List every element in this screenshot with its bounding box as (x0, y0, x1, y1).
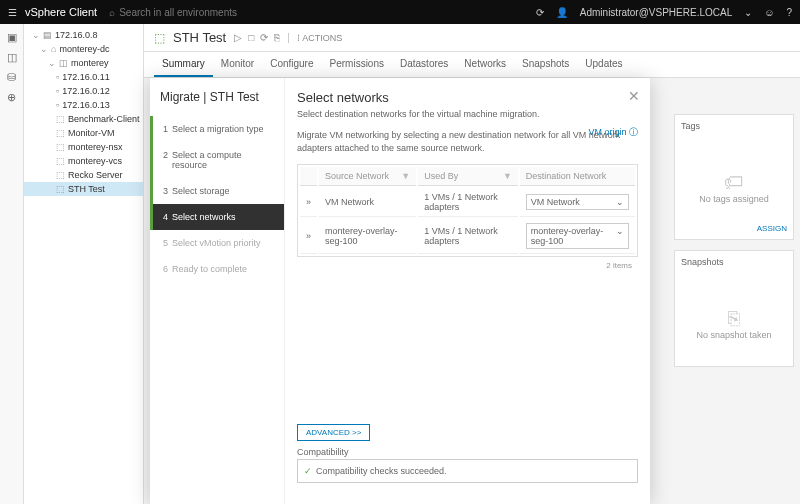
chevron-down-icon: ⌄ (616, 226, 624, 246)
search-icon[interactable]: ⌕ (109, 7, 115, 18)
tree-host[interactable]: ▫172.16.0.13 (24, 98, 143, 112)
tab-permissions[interactable]: Permissions (322, 52, 392, 77)
filter-icon[interactable]: ▼ (401, 171, 410, 181)
user-label[interactable]: Administrator@VSPHERE.LOCAL (580, 7, 732, 18)
console-icon[interactable]: ⟳ (260, 32, 268, 43)
smiley-icon[interactable]: ☺ (764, 7, 774, 18)
refresh-icon[interactable]: ⟳ (536, 7, 544, 18)
vm-icon: ⬚ (154, 31, 165, 45)
tree-vm[interactable]: ⬚Benchmark-Client (24, 112, 143, 126)
tree-root[interactable]: ⌄▤172.16.0.8 (24, 28, 143, 42)
vms-icon[interactable]: ◫ (5, 50, 19, 64)
compat-results: ✓Compatibility checks succeeded. (297, 459, 638, 483)
tags-panel: Tags 🏷 No tags assigned ASSIGN (674, 114, 794, 240)
compat-label: Compatibility (297, 447, 638, 457)
page-title: STH Test (173, 30, 226, 45)
dest-select[interactable]: monterey-overlay-seg-100⌄ (526, 223, 629, 249)
network-icon[interactable]: ⊕ (5, 90, 19, 104)
vm-origin-link[interactable]: VM origin ⓘ (588, 126, 638, 139)
col-usedby: Used By▼ (418, 167, 518, 186)
wizard-step-4[interactable]: 4Select networks (150, 204, 284, 230)
search-input[interactable]: Search in all environments (119, 7, 237, 18)
tags-empty: No tags assigned (681, 194, 787, 204)
wizard-step-1[interactable]: 1Select a migration type (150, 116, 284, 142)
snapshot-icon: ⎘ (681, 307, 787, 330)
tree-dc[interactable]: ⌄⌂monterey-dc (24, 42, 143, 56)
step-title: Select networks (297, 90, 638, 105)
wizard-step-6[interactable]: 6Ready to complete (150, 256, 284, 282)
tab-datastores[interactable]: Datastores (392, 52, 456, 77)
snap-empty: No snapshot taken (681, 330, 787, 340)
tab-configure[interactable]: Configure (262, 52, 321, 77)
snap-title: Snapshots (681, 257, 787, 267)
tree-host[interactable]: ▫172.16.0.12 (24, 84, 143, 98)
network-row[interactable]: » monterey-overlay-seg-100 1 VMs / 1 Net… (300, 219, 635, 254)
app-title: vSphere Client (25, 6, 97, 18)
menu-icon[interactable]: ☰ (8, 7, 17, 18)
tree-vm[interactable]: ⬚Recko Server (24, 168, 143, 182)
chevron-down-icon[interactable]: ⌄ (744, 7, 752, 18)
actions-menu[interactable]: ⁞ ACTIONS (288, 33, 342, 43)
snapshot-icon[interactable]: ⎘ (274, 32, 280, 43)
hosts-icon[interactable]: ▣ (5, 30, 19, 44)
tree-vm-selected[interactable]: ⬚STH Test (24, 182, 143, 196)
tab-updates[interactable]: Updates (577, 52, 630, 77)
stop-icon[interactable]: □ (248, 32, 254, 43)
chevron-down-icon: ⌄ (616, 197, 624, 207)
expand-icon[interactable]: » (306, 231, 311, 241)
tree-host[interactable]: ▫172.16.0.11 (24, 70, 143, 84)
wizard-step-2[interactable]: 2Select a compute resource (150, 142, 284, 178)
filter-icon[interactable]: ▼ (503, 171, 512, 181)
tags-title: Tags (681, 121, 787, 131)
step-desc: Migrate VM networking by selecting a new… (297, 129, 638, 154)
wizard-step-3[interactable]: 3Select storage (150, 178, 284, 204)
inventory-tree: ⌄▤172.16.0.8 ⌄⌂monterey-dc ⌄◫monterey ▫1… (24, 24, 144, 504)
col-dest: Destination Network (520, 167, 635, 186)
col-source: Source Network▼ (319, 167, 416, 186)
modal-title: Migrate | STH Test (150, 78, 284, 116)
snapshots-panel: Snapshots ⎘ No snapshot taken (674, 250, 794, 367)
migrate-modal: Migrate | STH Test 1Select a migration t… (150, 78, 650, 504)
close-icon[interactable]: ✕ (628, 88, 640, 104)
tag-icon: 🏷 (681, 171, 787, 194)
help-icon[interactable]: ? (786, 7, 792, 18)
user-icon[interactable]: 👤 (556, 7, 568, 18)
dest-select[interactable]: VM Network⌄ (526, 194, 629, 210)
tree-vm[interactable]: ⬚monterey-nsx (24, 140, 143, 154)
check-icon: ✓ (304, 466, 312, 476)
step-subtitle: Select destination networks for the virt… (297, 109, 638, 119)
storage-icon[interactable]: ⛁ (5, 70, 19, 84)
tab-snapshots[interactable]: Snapshots (514, 52, 577, 77)
tree-vm[interactable]: ⬚monterey-vcs (24, 154, 143, 168)
tree-vm[interactable]: ⬚Monitor-VM (24, 126, 143, 140)
tab-bar: Summary Monitor Configure Permissions Da… (144, 52, 800, 78)
network-row[interactable]: » VM Network 1 VMs / 1 Network adapters … (300, 188, 635, 217)
tab-summary[interactable]: Summary (154, 52, 213, 77)
assign-link[interactable]: ASSIGN (681, 224, 787, 233)
tab-networks[interactable]: Networks (456, 52, 514, 77)
tab-monitor[interactable]: Monitor (213, 52, 262, 77)
network-table: Source Network▼ Used By▼ Destination Net… (297, 164, 638, 257)
items-count: 2 items (297, 257, 638, 274)
wizard-step-5[interactable]: 5Select vMotion priority (150, 230, 284, 256)
expand-icon[interactable]: » (306, 197, 311, 207)
advanced-button[interactable]: ADVANCED >> (297, 424, 370, 441)
tree-cluster[interactable]: ⌄◫monterey (24, 56, 143, 70)
power-icon[interactable]: ▷ (234, 32, 242, 43)
